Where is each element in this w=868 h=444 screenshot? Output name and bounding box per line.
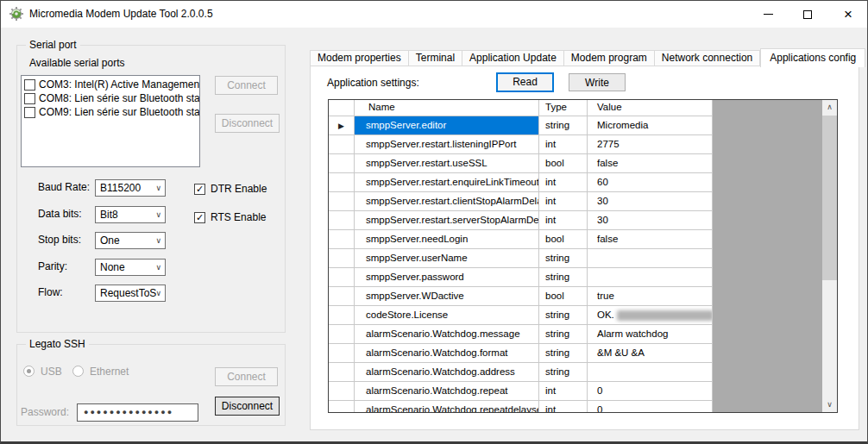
table-row[interactable]: smppServer.WDactivebooltrue bbox=[329, 287, 837, 306]
table-row[interactable]: smppServer.restart.listeningIPPortint277… bbox=[329, 135, 837, 154]
cell-value[interactable]: 30 bbox=[588, 211, 713, 230]
checkbox-dtr-enable[interactable]: ✓DTR Enable bbox=[194, 183, 267, 195]
ethernet-radio[interactable] bbox=[72, 366, 84, 377]
row-selector-cell[interactable] bbox=[329, 306, 355, 325]
row-selector-cell[interactable] bbox=[329, 344, 355, 363]
table-row[interactable]: smppServer.userNamestring bbox=[329, 249, 837, 268]
grid-header-name[interactable]: Name bbox=[355, 100, 539, 116]
row-selector-cell[interactable] bbox=[329, 401, 355, 413]
port-checkbox[interactable] bbox=[24, 107, 35, 118]
cell-name[interactable]: smppServer.restart.clientStopAlarmDelay bbox=[355, 192, 539, 211]
cell-name[interactable]: smppServer.WDactive bbox=[355, 287, 539, 306]
cell-name[interactable]: codeStore.License bbox=[355, 306, 539, 325]
scrollbar-thumb[interactable] bbox=[822, 116, 837, 280]
combo-databits[interactable]: Bit8∨ bbox=[95, 206, 166, 223]
table-row[interactable]: alarmScenario.Watchdog.messagestringAlar… bbox=[329, 325, 837, 344]
table-row[interactable]: smppServer.restart.serverStopAlarmDelayi… bbox=[329, 211, 837, 230]
cell-name[interactable]: alarmScenario.Watchdog.format bbox=[355, 344, 539, 363]
row-selector-cell[interactable] bbox=[329, 192, 355, 211]
table-row[interactable]: ▶smppServer.editorstringMicromedia bbox=[329, 116, 837, 135]
table-row[interactable]: smppServer.passwordstring bbox=[329, 268, 837, 287]
cell-name[interactable]: alarmScenario.Watchdog.repeatdelaysec bbox=[355, 401, 539, 413]
row-selector-cell[interactable] bbox=[329, 382, 355, 401]
password-field[interactable]: ●●●●●●●●●●●●●● bbox=[77, 403, 198, 422]
minimize-button[interactable] bbox=[748, 1, 788, 28]
cell-name[interactable]: smppServer.userName bbox=[355, 249, 539, 268]
cell-value[interactable]: true bbox=[588, 287, 713, 306]
cell-type[interactable]: int bbox=[539, 382, 588, 401]
write-button[interactable]: Write bbox=[569, 73, 626, 91]
cell-name[interactable]: smppServer.restart.serverStopAlarmDelay bbox=[355, 211, 539, 230]
row-selector-cell[interactable] bbox=[329, 287, 355, 306]
cell-type[interactable]: string bbox=[539, 344, 588, 363]
row-selector-cell[interactable] bbox=[329, 173, 355, 192]
row-selector-cell[interactable] bbox=[329, 363, 355, 382]
table-row[interactable]: smppServer.restart.enquireLinkTimeoutint… bbox=[329, 173, 837, 192]
table-row[interactable]: smppServer.restart.clientStopAlarmDelayi… bbox=[329, 192, 837, 211]
usb-radio[interactable] bbox=[23, 366, 35, 377]
cell-value[interactable]: 60 bbox=[588, 173, 713, 192]
grid-header-value[interactable]: Value bbox=[588, 100, 713, 116]
cell-type[interactable]: bool bbox=[539, 154, 588, 173]
cell-value[interactable]: &M &U &A bbox=[588, 344, 713, 363]
serial-disconnect-button[interactable]: Disconnect bbox=[215, 114, 280, 133]
cell-type[interactable]: string bbox=[539, 325, 588, 344]
cell-type[interactable]: string bbox=[539, 268, 588, 287]
tab-application-update[interactable]: Application Update bbox=[462, 50, 564, 66]
read-button[interactable]: Read bbox=[496, 72, 554, 92]
tab-modem-properties[interactable]: Modem properties bbox=[310, 50, 409, 66]
checkbox-rts-enable[interactable]: ✓RTS Enable bbox=[194, 211, 266, 223]
cell-value[interactable]: OK. bbox=[588, 306, 713, 325]
cell-name[interactable]: smppServer.editor bbox=[355, 116, 539, 135]
cell-value[interactable]: false bbox=[588, 154, 713, 173]
port-checkbox[interactable] bbox=[24, 79, 35, 91]
cell-type[interactable]: string bbox=[539, 116, 588, 135]
serial-connect-button[interactable]: Connect bbox=[215, 76, 278, 95]
row-selector-cell[interactable]: ▶ bbox=[329, 116, 355, 135]
table-row[interactable]: alarmScenario.Watchdog.repeatdelaysecint… bbox=[329, 401, 837, 413]
row-selector-cell[interactable] bbox=[329, 230, 355, 249]
tab-applications-config[interactable]: Applications config bbox=[760, 48, 865, 67]
cell-name[interactable]: alarmScenario.Watchdog.repeat bbox=[355, 382, 539, 401]
cell-value[interactable] bbox=[588, 249, 713, 268]
cell-value[interactable]: 30 bbox=[588, 192, 713, 211]
legato-connect-button[interactable]: Connect bbox=[215, 367, 278, 386]
cell-value[interactable]: 0 bbox=[588, 401, 713, 413]
legato-disconnect-button[interactable]: Disconnect bbox=[215, 397, 280, 416]
cell-type[interactable]: int bbox=[539, 401, 588, 413]
tab-modem-program[interactable]: Modem program bbox=[564, 50, 655, 66]
maximize-button[interactable] bbox=[788, 1, 827, 28]
cell-value[interactable] bbox=[588, 268, 713, 287]
scroll-up-icon[interactable]: ∧ bbox=[822, 100, 837, 115]
table-row[interactable]: alarmScenario.Watchdog.repeatint0 bbox=[329, 382, 837, 401]
cell-type[interactable]: int bbox=[539, 192, 588, 211]
table-row[interactable]: smppServer.restart.useSSLboolfalse bbox=[329, 154, 837, 173]
combo-baudrate[interactable]: B115200∨ bbox=[95, 179, 166, 197]
table-row[interactable]: codeStore.LicensestringOK. bbox=[329, 306, 837, 325]
serial-ports-listbox[interactable]: COM3: Intel(R) Active Management TeCOM8:… bbox=[21, 75, 200, 167]
close-button[interactable]: × bbox=[828, 1, 868, 28]
tab-terminal[interactable]: Terminal bbox=[409, 50, 462, 66]
cell-name[interactable]: smppServer.restart.listeningIPPort bbox=[355, 135, 539, 154]
combo-parity[interactable]: None∨ bbox=[95, 259, 166, 276]
cell-value[interactable]: 2775 bbox=[588, 135, 713, 154]
grid-header-type[interactable]: Type bbox=[539, 100, 588, 116]
cell-name[interactable]: alarmScenario.Watchdog.address bbox=[355, 363, 539, 382]
row-selector-cell[interactable] bbox=[329, 249, 355, 268]
cell-type[interactable]: bool bbox=[539, 230, 588, 249]
row-selector-cell[interactable] bbox=[329, 211, 355, 230]
serial-port-list-item[interactable]: COM8: Lien série sur Bluetooth standar bbox=[23, 91, 199, 105]
combo-flow[interactable]: RequestToS∨ bbox=[95, 285, 166, 302]
cell-type[interactable]: int bbox=[539, 173, 588, 192]
cell-type[interactable]: string bbox=[539, 306, 588, 325]
cell-name[interactable]: alarmScenario.Watchdog.message bbox=[355, 325, 539, 344]
tab-network-connection[interactable]: Network connection bbox=[655, 50, 760, 66]
table-row[interactable]: alarmScenario.Watchdog.addressstring bbox=[329, 363, 837, 382]
table-row[interactable]: alarmScenario.Watchdog.formatstring&M &U… bbox=[329, 344, 837, 363]
cell-value[interactable]: false bbox=[588, 230, 713, 249]
cell-type[interactable]: string bbox=[539, 249, 588, 268]
vertical-scrollbar[interactable]: ∧ ∨ bbox=[822, 100, 837, 412]
cell-name[interactable]: smppServer.restart.enquireLinkTimeout bbox=[355, 173, 539, 192]
cell-value[interactable]: Alarm watchdog bbox=[588, 325, 713, 344]
serial-port-list-item[interactable]: COM3: Intel(R) Active Management Te bbox=[23, 78, 199, 91]
